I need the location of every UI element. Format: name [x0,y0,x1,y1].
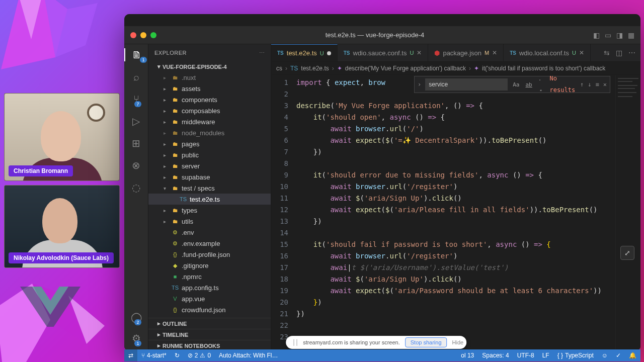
indentation[interactable]: Spaces: 4 [478,349,513,361]
scm-activity-icon[interactable]: ⑂7 [130,93,143,106]
account-icon[interactable]: ◯2 [130,311,143,324]
vue-logo-icon [20,287,80,327]
compare-icon[interactable]: ⇆ [604,49,610,57]
line-gutter: 1234567891011121314151617181920212223 [271,75,293,351]
match-case-icon[interactable]: Aa [512,78,520,92]
find-result-count: No results [550,75,577,96]
minimap[interactable] [615,75,640,351]
tree-node[interactable]: ▸🖿server [148,160,271,171]
code-editor[interactable]: 1234567891011121314151617181920212223 im… [271,75,640,351]
tree-node[interactable]: ▸🖿pages [148,138,271,149]
window-zoom-button[interactable] [150,32,156,38]
tree-node[interactable]: ▾🖿test / specs [148,183,271,194]
tree-node[interactable]: ■.npmrc [148,271,271,282]
prettier-icon[interactable]: ✓ [612,349,625,361]
extensions-activity-icon[interactable]: ⊞ [130,137,143,150]
tree-node[interactable]: ▸🖿components [148,94,271,105]
code-content[interactable]: import { expect, brow describe('My Vue F… [293,75,640,351]
explorer-sidebar: EXPLORER ⋯ ▾VUE-FORGE-EPISODE-4 ▸🖿.nuxt▸… [148,44,271,351]
tree-node[interactable]: ▸🖿types [148,205,271,216]
tree-node[interactable]: ⚙.env.example [148,238,271,249]
tree-node[interactable]: ⚙.env [148,227,271,238]
layout-toggle-icon[interactable]: ▭ [605,31,611,39]
bell-icon[interactable]: 🔔 [625,349,640,361]
run-activity-icon[interactable]: ▷ [130,115,143,128]
webcam-presenter-2: Nikolay Advolodkin (Sauce Labs) [4,185,120,268]
remote-indicator[interactable]: ⇄ [124,349,137,361]
explorer-more-icon[interactable]: ⋯ [259,50,265,56]
editor-tabs: TStest.e2e.tsUTSwdio.sauce.conf.tsU✕⬢pac… [271,44,640,62]
svg-marker-0 [1,0,67,69]
share-text: streamyard.com is sharing your screen. [303,339,400,345]
status-bar: ⇄ ⑂ 4-start* ↻ ⊘ 2 ⚠ 0 Auto Attach: With… [124,349,640,361]
share-drag-icon[interactable]: ⎥⎥ [292,339,298,346]
webcam-presenter-1: Christian Bromann [4,93,120,181]
split-icon[interactable]: ◫ [616,49,622,57]
file-tree: ▸🖿.nuxt▸🖿assets▸🖿components▸🖿composables… [148,72,271,318]
graphql-activity-icon[interactable]: ◌ [130,181,143,194]
tree-node[interactable]: ▸🖿supabase [148,171,271,183]
tree-node[interactable]: ▸🖿utils [148,216,271,227]
svg-marker-1 [43,0,98,57]
tree-node[interactable]: ▸🖿.nuxt [148,72,271,83]
more-icon[interactable]: ⋯ [628,49,635,57]
window-title: test.e2e.ts — vue-forge-episode-4 [160,31,589,39]
tree-node[interactable]: Vapp.vue [148,293,271,304]
editor-tab[interactable]: TStest.e2e.tsU [271,44,338,61]
outline-section[interactable]: ▸OUTLINE [148,318,271,329]
editor-area: TStest.e2e.tsUTSwdio.sauce.conf.tsU✕⬢pac… [271,44,640,351]
find-input[interactable] [425,78,508,90]
stop-sharing-button[interactable]: Stop sharing [405,337,447,347]
window-minimize-button[interactable] [140,32,146,38]
inline-suggest-icon[interactable]: ⤢ [620,246,634,260]
git-sync[interactable]: ↻ [171,349,184,361]
language-mode[interactable]: { } TypeScript [553,349,598,361]
tree-node[interactable]: ◆.gitignore [148,260,271,271]
tree-node[interactable]: TStest.e2e.ts [148,194,271,205]
search-activity-icon[interactable]: ⌕ [130,70,143,83]
tree-node[interactable]: {}crowdfund.json [148,304,271,315]
breadcrumbs[interactable]: cs› TS test.e2e.ts› ✦ describe('My Vue F… [271,62,640,75]
problems[interactable]: ⊘ 2 ⚠ 0 [184,349,215,361]
tree-node[interactable]: ▸🖿middleware [148,116,271,127]
find-selection-icon[interactable]: ≡ [596,79,599,90]
tree-node[interactable]: {}.fund-profile.json [148,249,271,260]
hide-sharing-button[interactable]: Hide [452,339,464,345]
tree-node[interactable]: ▸🖿public [148,149,271,160]
explorer-activity-icon[interactable]: 🗎1 [124,48,148,61]
screenshare-banner: ⎥⎥ streamyard.com is sharing your screen… [286,336,466,349]
window-titlebar: test.e2e.ts — vue-forge-episode-4 ◧ ▭ ◨ … [124,26,640,44]
find-close-icon[interactable]: ✕ [603,79,607,90]
remote-activity-icon[interactable]: ⊗ [130,159,143,172]
find-widget: › Aa ab .﹡ No results ↑ ↓ ≡ ✕ [414,76,610,93]
find-next-icon[interactable]: ↓ [588,79,591,90]
cursor-position[interactable]: ol 13 [457,349,478,361]
editor-tab[interactable]: ⬢package.jsonM✕ [428,44,504,61]
settings-gear-icon[interactable]: ⚙1 [130,332,143,345]
tree-node[interactable]: ▸🖿node_modules [148,127,271,138]
tree-node[interactable]: TSapp.config.ts [148,282,271,293]
tree-node[interactable]: ▸🖿assets [148,83,271,94]
layout-customize-icon[interactable]: ▦ [628,31,634,39]
find-prev-icon[interactable]: ↑ [580,79,584,90]
project-root[interactable]: ▾VUE-FORGE-EPISODE-4 [148,61,271,72]
layout-toggle-icon[interactable]: ◧ [593,31,600,39]
tree-node[interactable]: ▸🖿composables [148,105,271,116]
window-close-button[interactable] [130,32,136,38]
git-branch[interactable]: ⑂ 4-start* [137,349,171,361]
presenter-2-name: Nikolay Advolodkin (Sauce Labs) [9,252,114,263]
editor-tab[interactable]: TSwdio.sauce.conf.tsU✕ [338,44,429,61]
timeline-section[interactable]: ▸TIMELINE [148,329,271,340]
layout-toggle-icon[interactable]: ◨ [616,31,623,39]
vscode-window: test.e2e.ts — vue-forge-episode-4 ◧ ▭ ◨ … [124,14,640,351]
presenter-1-name: Christian Bromann [9,165,73,176]
encoding[interactable]: UTF-8 [513,349,538,361]
feedback-icon[interactable]: ☺ [598,349,612,361]
eol[interactable]: LF [538,349,553,361]
find-toggle-icon[interactable]: › [418,79,421,90]
auto-attach[interactable]: Auto Attach: With Fl… [215,349,282,361]
whole-word-icon[interactable]: ab [524,78,533,92]
svg-marker-2 [19,0,43,39]
editor-tab[interactable]: TSwdio.local.conf.tsU✕ [504,44,591,61]
regex-icon[interactable]: .﹡ [537,75,546,97]
